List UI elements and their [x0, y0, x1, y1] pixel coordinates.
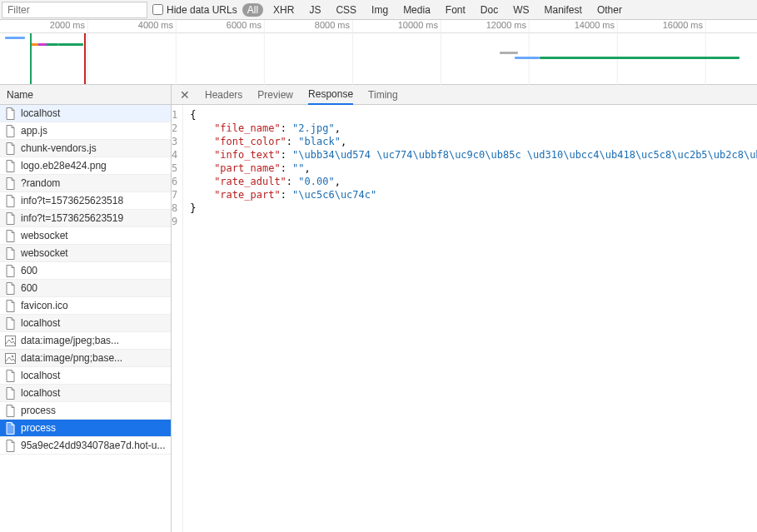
request-name: websocket — [21, 247, 68, 259]
request-row[interactable]: websocket — [0, 245, 171, 262]
request-row[interactable]: 600 — [0, 280, 171, 297]
request-rows: localhostapp.jschunk-vendors.jslogo.eb28… — [0, 105, 171, 455]
filter-input[interactable] — [2, 2, 147, 18]
request-name: 600 — [21, 265, 37, 276]
request-name: app.js — [21, 125, 47, 137]
filter-css[interactable]: CSS — [331, 3, 361, 17]
request-name: ?random — [21, 177, 60, 189]
tl-bar — [500, 52, 518, 54]
filter-media[interactable]: Media — [398, 3, 436, 17]
tl-bar — [58, 43, 83, 46]
svg-point-1 — [12, 337, 14, 340]
request-name: logo.eb28e424.png — [21, 160, 107, 172]
network-filter-toolbar: Hide data URLs All XHR JS CSS Img Media … — [0, 0, 757, 20]
tl-bar — [5, 37, 25, 39]
network-timeline[interactable]: 2000 ms 4000 ms 6000 ms 8000 ms 10000 ms… — [0, 20, 757, 85]
tick-10000: 10000 ms — [398, 20, 441, 30]
request-name: favicon.ico — [21, 300, 68, 311]
tab-preview[interactable]: Preview — [257, 86, 293, 104]
request-name: websocket — [21, 230, 68, 241]
filter-img[interactable]: Img — [366, 3, 393, 17]
filter-other[interactable]: Other — [592, 3, 627, 17]
filter-doc[interactable]: Doc — [476, 3, 503, 17]
filter-ws[interactable]: WS — [508, 3, 534, 17]
code-gutter: 123456789 — [172, 105, 183, 532]
network-main: Name localhostapp.jschunk-vendors.jslogo… — [0, 85, 757, 532]
filter-manifest[interactable]: Manifest — [540, 3, 587, 17]
tab-timing[interactable]: Timing — [368, 86, 398, 104]
filter-xhr[interactable]: XHR — [268, 3, 299, 17]
request-row[interactable]: 600 — [0, 262, 171, 280]
request-name: data:image/jpeg;bas... — [21, 335, 119, 346]
request-name: data:image/png;base... — [21, 352, 122, 364]
request-row[interactable]: 95a9ec24dd934078ae7d.hot-u... — [0, 437, 171, 455]
request-row[interactable]: process — [0, 420, 171, 437]
tick-16000: 16000 ms — [663, 20, 706, 30]
request-detail: ✕ Headers Preview Response Timing 123456… — [172, 85, 757, 532]
request-list: Name localhostapp.jschunk-vendors.jslogo… — [0, 85, 172, 532]
request-row[interactable]: localhost — [0, 385, 171, 402]
request-name: process — [21, 405, 56, 416]
tick-12000: 12000 ms — [486, 20, 530, 30]
request-name: 600 — [21, 282, 37, 294]
request-row[interactable]: favicon.ico — [0, 297, 171, 315]
tick-2000: 2000 ms — [50, 20, 88, 30]
tab-response[interactable]: Response — [308, 85, 353, 105]
request-row[interactable]: app.js — [0, 122, 171, 140]
request-name: localhost — [21, 107, 60, 119]
tl-marker — [30, 33, 32, 84]
request-row[interactable]: info?t=1573625623519 — [0, 210, 171, 227]
svg-point-3 — [12, 355, 14, 357]
request-row[interactable]: ?random — [0, 175, 171, 192]
request-name: localhost — [21, 370, 60, 381]
request-row[interactable]: websocket — [0, 227, 171, 245]
response-body[interactable]: 123456789 { "file_name": "2.jpg", "font_… — [172, 105, 757, 532]
tick-8000: 8000 ms — [315, 20, 353, 30]
tick-4000: 4000 ms — [138, 20, 177, 30]
tl-bar — [38, 43, 47, 46]
timeline-ticks: 2000 ms 4000 ms 6000 ms 8000 ms 10000 ms… — [0, 20, 757, 33]
tab-headers[interactable]: Headers — [205, 86, 242, 104]
close-icon[interactable]: ✕ — [180, 89, 190, 101]
tick-14000: 14000 ms — [575, 20, 618, 30]
tl-bar — [540, 57, 740, 59]
tl-bar — [515, 57, 540, 59]
request-row[interactable]: logo.eb28e424.png — [0, 157, 171, 175]
tick-6000: 6000 ms — [227, 20, 265, 30]
tl-bar — [32, 43, 38, 46]
request-row[interactable]: localhost — [0, 105, 171, 122]
filter-font[interactable]: Font — [441, 3, 471, 17]
request-row[interactable]: info?t=1573625623518 — [0, 192, 171, 210]
request-name: process — [21, 422, 56, 434]
detail-tabbar: ✕ Headers Preview Response Timing — [172, 85, 757, 105]
request-row[interactable]: localhost — [0, 367, 171, 385]
hide-data-urls-label: Hide data URLs — [167, 4, 237, 16]
request-name: chunk-vendors.js — [21, 142, 97, 154]
request-row[interactable]: localhost — [0, 315, 171, 332]
request-row[interactable]: data:image/png;base... — [0, 350, 171, 367]
request-name: info?t=1573625623519 — [21, 212, 123, 224]
request-name: 95a9ec24dd934078ae7d.hot-u... — [21, 440, 166, 451]
timeline-body — [0, 33, 757, 84]
filter-js[interactable]: JS — [304, 3, 326, 17]
hide-data-urls-checkbox[interactable]: Hide data URLs — [152, 4, 237, 16]
request-row[interactable]: chunk-vendors.js — [0, 140, 171, 157]
code-content: { "file_name": "2.jpg", "font_color": "b… — [183, 105, 757, 532]
request-name: info?t=1573625623518 — [21, 195, 123, 206]
request-list-header[interactable]: Name — [0, 85, 171, 105]
request-row[interactable]: data:image/jpeg;bas... — [0, 332, 171, 350]
filter-all[interactable]: All — [242, 3, 263, 17]
request-row[interactable]: process — [0, 402, 171, 420]
hide-data-urls-input[interactable] — [152, 4, 163, 15]
tl-marker — [84, 33, 86, 84]
request-name: localhost — [21, 317, 60, 329]
request-name: localhost — [21, 387, 60, 399]
